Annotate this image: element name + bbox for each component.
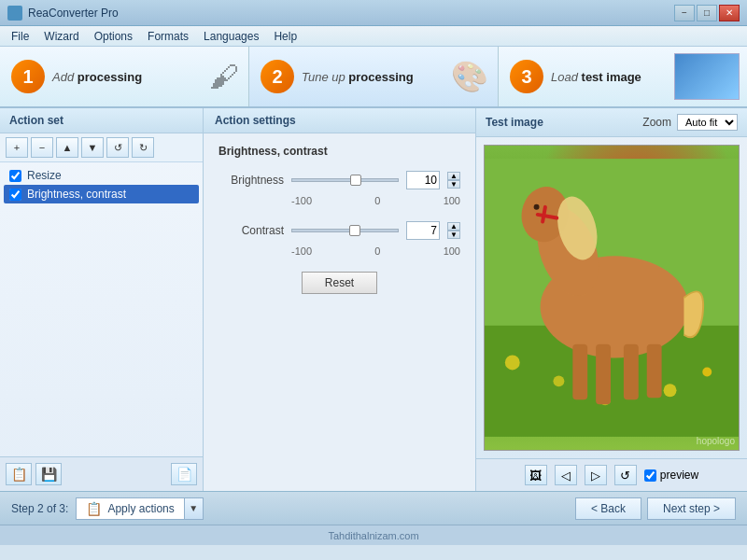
contrast-value[interactable]: 7 (406, 221, 440, 240)
step-bar: 1 Add processing 🖌 2 Tune up processing … (0, 47, 747, 108)
svg-rect-17 (647, 344, 662, 399)
menu-wizard[interactable]: Wizard (36, 28, 86, 45)
action-panel-title: Action set (0, 108, 203, 133)
brightness-up-button[interactable]: ▲ (447, 172, 460, 180)
resize-label: Resize (27, 169, 62, 182)
next-button[interactable]: Next step > (647, 497, 736, 520)
brightness-contrast-label: Brightness, contrast (27, 188, 126, 201)
apply-icon: 📋 (86, 501, 102, 516)
preview-label: preview (660, 469, 698, 482)
step-2-icon: 🎨 (451, 59, 488, 94)
settings-panel-title: Action settings (204, 108, 475, 133)
save-preset-button[interactable]: 💾 (35, 463, 62, 485)
contrast-max: 100 (444, 245, 460, 257)
navigation-buttons: < Back Next step > (575, 497, 736, 520)
step-3-panel[interactable]: 3 Load test image (499, 47, 747, 106)
brightness-value[interactable]: 10 (406, 171, 440, 189)
step-label: Step 2 of 3: (11, 502, 68, 515)
preview-check: preview (644, 469, 698, 482)
brightness-row: Brightness 10 ▲ ▼ (218, 171, 460, 189)
action-panel-bottom: 📋 💾 📄 (0, 456, 203, 491)
step-1-text: Add processing (52, 70, 142, 84)
step-3-number: 3 (510, 60, 543, 93)
svg-rect-16 (624, 344, 639, 400)
add-action-button[interactable]: + (6, 137, 28, 158)
settings-panel: Action settings Brightness, contrast Bri… (204, 108, 476, 491)
load-preset-button[interactable]: 📋 (6, 463, 32, 485)
step-3-text: Load test image (551, 70, 641, 84)
prev-image-button[interactable]: ◁ (555, 465, 577, 485)
image-container: hopologo (484, 145, 740, 451)
refresh-image-button[interactable]: ↺ (614, 465, 637, 485)
brightness-track[interactable] (291, 178, 399, 182)
apply-label: Apply actions (107, 502, 174, 515)
resize-checkbox[interactable] (9, 170, 21, 182)
move-down-button[interactable]: ▼ (81, 137, 104, 158)
menu-languages[interactable]: Languages (196, 28, 266, 45)
move-up-button[interactable]: ▲ (56, 137, 78, 158)
brightness-down-button[interactable]: ▼ (447, 180, 460, 189)
brightness-max: 100 (444, 195, 460, 206)
back-button[interactable]: < Back (575, 497, 641, 520)
contrast-down-button[interactable]: ▼ (447, 231, 460, 239)
brightness-spinners: ▲ ▼ (447, 172, 460, 189)
window-title: ReaConverter Pro (28, 7, 674, 20)
step-2-panel[interactable]: 2 Tune up processing 🎨 (249, 47, 499, 106)
test-image-thumbnail (674, 53, 740, 100)
apply-button[interactable]: 📋 Apply actions (77, 498, 183, 519)
menu-formats[interactable]: Formats (140, 28, 196, 45)
action-item-brightness-contrast[interactable]: Brightness, contrast (4, 185, 199, 203)
menu-file[interactable]: File (4, 28, 36, 45)
contrast-up-button[interactable]: ▲ (447, 222, 460, 231)
reset-button[interactable]: Reset (302, 272, 377, 294)
image-panel-header: Test image Zoom Auto fit 25% 50% 75% 100… (476, 108, 747, 137)
contrast-spinners: ▲ ▼ (447, 222, 460, 239)
image-bottom-toolbar: 🖼 ◁ ▷ ↺ preview (476, 458, 747, 491)
menubar: File Wizard Options Formats Languages He… (0, 26, 747, 47)
zoom-row: Zoom Auto fit 25% 50% 75% 100% 150% 200% (642, 114, 738, 131)
menu-help[interactable]: Help (266, 28, 304, 45)
app-icon (7, 6, 22, 21)
apply-dropdown-arrow[interactable]: ▼ (184, 498, 203, 519)
close-button[interactable]: ✕ (719, 5, 740, 21)
next-image-button[interactable]: ▷ (585, 465, 607, 485)
action-item-resize[interactable]: Resize (4, 166, 199, 185)
contrast-zero: 0 (374, 245, 380, 257)
contrast-range: -100 0 100 (218, 245, 460, 257)
menu-options[interactable]: Options (87, 28, 140, 45)
preview-checkbox[interactable] (644, 469, 656, 482)
image-panel-title: Test image (486, 116, 543, 129)
minimize-button[interactable]: − (674, 5, 695, 21)
image-panel: Test image Zoom Auto fit 25% 50% 75% 100… (476, 108, 747, 491)
brightness-contrast-checkbox[interactable] (9, 189, 21, 201)
zoom-select[interactable]: Auto fit 25% 50% 75% 100% 150% 200% (677, 114, 738, 131)
contrast-min: -100 (291, 245, 312, 257)
new-preset-button[interactable]: 📄 (171, 463, 197, 485)
window-controls: − □ ✕ (674, 5, 740, 21)
load-image-button[interactable]: 🖼 (525, 465, 547, 485)
titlebar: ReaConverter Pro − □ ✕ (0, 0, 747, 26)
undo-button[interactable]: ↺ (106, 137, 129, 158)
svg-point-11 (534, 204, 540, 210)
action-panel: Action set + − ▲ ▼ ↺ ↻ Resize Brightness… (0, 108, 204, 491)
brightness-min: -100 (291, 195, 312, 206)
svg-rect-14 (572, 344, 587, 400)
brightness-thumb[interactable] (350, 175, 361, 186)
svg-point-2 (505, 356, 520, 371)
statusbar: Step 2 of 3: 📋 Apply actions ▼ < Back Ne… (0, 491, 747, 525)
footer: Tahdithalnizam.com (0, 525, 747, 545)
test-image-display: hopologo (485, 146, 739, 450)
maximize-button[interactable]: □ (697, 5, 717, 21)
action-list: Resize Brightness, contrast (0, 162, 203, 456)
svg-point-5 (702, 367, 712, 376)
brightness-zero: 0 (374, 195, 380, 206)
redo-button[interactable]: ↻ (132, 137, 154, 158)
contrast-thumb[interactable] (349, 225, 360, 236)
step-2-text: Tune up processing (302, 70, 414, 84)
svg-point-4 (664, 384, 677, 397)
contrast-track[interactable] (291, 229, 399, 232)
remove-action-button[interactable]: − (31, 137, 53, 158)
action-toolbar: + − ▲ ▼ ↺ ↻ (0, 133, 203, 162)
settings-content: Brightness, contrast Brightness 10 ▲ ▼ -… (204, 133, 475, 491)
step-1-panel[interactable]: 1 Add processing 🖌 (0, 47, 249, 106)
